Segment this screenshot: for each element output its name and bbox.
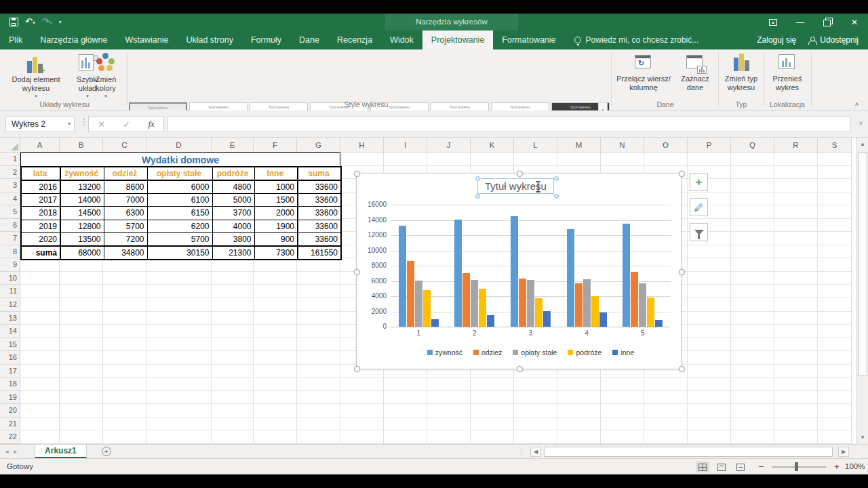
new-sheet-button[interactable]: + [102,447,111,456]
add-chart-element-button[interactable]: + Dodaj element wykresu ▾ [4,51,68,100]
row-header-3[interactable]: 3 [0,179,20,192]
table-cell[interactable]: 2019 [21,220,60,233]
chart-elements-button[interactable]: + [690,173,708,191]
zoom-in-button[interactable]: + [834,459,840,474]
table-cell[interactable]: suma [298,167,341,180]
table-cell[interactable]: lata [21,167,60,180]
table-cell[interactable]: żywność [60,167,104,180]
tab-narzędzia-główne[interactable]: Narzędzia główne [31,30,116,49]
minimize-button[interactable]: — [787,14,814,30]
table-cell[interactable]: 14500 [60,207,104,220]
column-header-K[interactable]: K [471,138,514,152]
zoom-slider-thumb[interactable] [795,462,798,471]
table-cell[interactable]: 4800 [212,180,254,194]
table-total-row[interactable]: suma680003480030150213007300161550 [21,246,341,260]
tab-wstawianie[interactable]: Wstawianie [117,30,178,49]
chart-bar-opłaty stałe[interactable] [527,280,534,327]
zoom-percentage[interactable]: 100% [845,459,865,474]
row-header-9[interactable]: 9 [0,258,20,272]
table-row[interactable]: 201714000700061005000150033600 [21,193,341,207]
table-cell[interactable]: podróże [212,167,254,180]
collapse-ribbon-icon[interactable]: ˄ [855,101,859,108]
table-cell[interactable]: 33600 [298,193,341,207]
row-header-2[interactable]: 2 [0,166,20,180]
table-cell[interactable]: odzież [104,167,147,180]
chart-bar-inne[interactable] [599,312,607,327]
chart-bar-żywność[interactable] [623,224,630,327]
table-row[interactable]: 201814500630061503700200033600 [21,207,341,220]
table-cell[interactable]: 6150 [147,207,212,220]
chart-selection-handle[interactable] [354,366,360,372]
vertical-scroll-thumb[interactable] [858,152,867,376]
close-button[interactable]: ✕ [841,14,868,30]
select-data-button[interactable]: Zaznacz dane [674,51,716,100]
chart-title[interactable]: Tytuł wykresu [477,178,554,194]
table-cell[interactable]: 6100 [147,193,212,207]
tab-dane[interactable]: Dane [290,30,328,49]
chart-bar-żywność[interactable] [511,216,518,327]
row-header-6[interactable]: 6 [0,219,20,232]
table-cell[interactable]: 68000 [60,246,104,260]
row-header-18[interactable]: 18 [0,378,20,391]
tab-projektowanie[interactable]: Projektowanie [422,30,494,49]
chart-bar-odzież[interactable] [519,279,526,327]
row-header-21[interactable]: 21 [0,418,20,431]
table-cell[interactable]: 2016 [21,180,60,194]
table-cell[interactable]: 33600 [298,233,341,247]
change-colors-button[interactable]: Zmień kolory ▾ [87,51,125,100]
chart-bar-żywność[interactable] [454,220,462,327]
table-cell[interactable]: 1500 [254,193,298,207]
tab-formatowanie[interactable]: Formatowanie [493,30,564,49]
chart-bar-podróże[interactable] [535,298,542,327]
sheet-nav-right-icon[interactable]: ▸ [14,445,23,458]
formula-input[interactable] [167,116,850,132]
chart-bar-inne[interactable] [487,315,494,327]
table-cell[interactable]: opłaty stałe [147,167,212,180]
column-header-L[interactable]: L [514,138,557,152]
row-header-7[interactable]: 7 [0,232,20,245]
table-cell[interactable]: 21300 [212,246,254,260]
data-table[interactable]: latażywnośćodzieżopłaty stałepodróżeInne… [20,166,342,260]
horizontal-scroll-thumb[interactable] [544,447,833,457]
table-cell[interactable]: 13500 [60,233,104,247]
table-cell[interactable]: suma [21,246,60,260]
table-cell[interactable]: 7000 [104,193,147,207]
table-cell[interactable]: 13200 [60,180,104,194]
name-box-caret-icon[interactable]: ▾ [68,117,71,131]
column-header-I[interactable]: I [384,138,427,152]
chart-bar-inne[interactable] [431,319,439,327]
table-cell[interactable]: 6200 [147,220,212,233]
table-title-cell[interactable]: Wydatki domowe [20,152,340,166]
chart-bar-inne[interactable] [655,320,663,327]
table-cell[interactable]: 30150 [147,246,212,260]
row-header-12[interactable]: 12 [0,298,20,312]
zoom-out-button[interactable]: − [758,459,764,474]
chart-selection-handle[interactable] [679,366,685,372]
table-cell[interactable]: 7200 [104,233,147,247]
table-row[interactable]: 20201350072005700380090033600 [21,233,341,247]
chart-bar-opłaty stałe[interactable] [415,281,422,327]
title-selection-handle[interactable] [475,194,480,199]
title-selection-handle[interactable] [554,176,559,181]
table-cell[interactable]: 33600 [298,207,341,220]
table-cell[interactable]: Inne [254,167,298,180]
table-cell[interactable]: 900 [254,233,298,247]
column-header-C[interactable]: C [103,138,146,152]
chart-bar-odzież[interactable] [462,273,470,327]
legend-item-odzież[interactable]: odzież [473,348,502,357]
restore-button[interactable] [814,14,841,30]
chart-bar-podróże[interactable] [423,290,431,327]
table-cell[interactable]: 2000 [254,207,298,220]
chart-bar-odzież[interactable] [575,283,583,327]
table-cell[interactable]: 3800 [212,233,254,247]
row-header-1[interactable]: 1 [0,152,20,166]
switch-row-column-button[interactable]: ↻ Przełącz wiersz/ kolumnę [614,51,673,100]
chart-bar-żywność[interactable] [399,226,406,327]
column-header-M[interactable]: M [557,138,601,152]
row-header-16[interactable]: 16 [0,351,20,365]
chart-bar-opłaty stałe[interactable] [471,280,478,327]
row-header-14[interactable]: 14 [0,325,20,338]
table-cell[interactable]: 5000 [212,193,254,207]
chart-selection-handle[interactable] [517,171,523,177]
change-chart-type-button[interactable]: Zmień typ wykresu [721,51,762,100]
